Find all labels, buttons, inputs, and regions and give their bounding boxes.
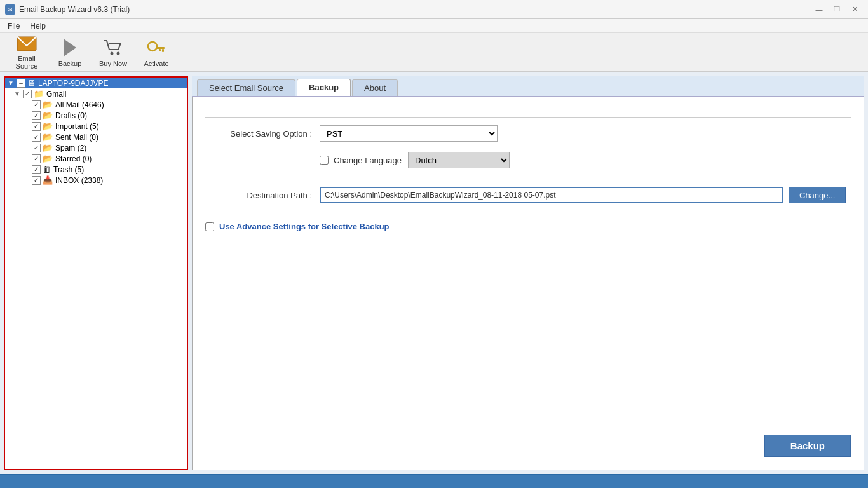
backup-button[interactable]: Backup [50, 35, 90, 69]
gmail-label: Gmail [46, 90, 66, 98]
svg-point-3 [117, 51, 120, 55]
tab-about[interactable]: About [352, 79, 398, 96]
bottom-divider [205, 214, 851, 214]
important-icon: 📂 [43, 121, 53, 131]
tree-drafts[interactable]: ✓ 📂 Drafts (0) [5, 110, 187, 121]
svg-rect-5 [156, 47, 165, 49]
language-row: Change Language Dutch English German Fre… [205, 152, 851, 168]
title-controls: — ❐ ✕ [811, 3, 863, 16]
destination-path-label: Destination Path : [205, 191, 320, 200]
tree-starred[interactable]: ✓ 📂 Starred (0) [5, 153, 187, 164]
allmail-label: All Mail (4646) [55, 100, 104, 109]
destination-path-input[interactable] [320, 187, 783, 203]
top-divider [205, 117, 851, 118]
advance-settings-row: Use Advance Settings for Selective Backu… [205, 222, 851, 231]
email-source-button[interactable]: Email Source [6, 35, 47, 69]
starred-checkbox[interactable]: ✓ [32, 154, 41, 163]
mid-divider [205, 179, 851, 179]
tree-sentmail[interactable]: ✓ 📂 Sent Mail (0) [5, 132, 187, 142]
drafts-icon: 📂 [43, 111, 53, 120]
svg-point-4 [148, 42, 157, 51]
allmail-checkbox[interactable]: ✓ [32, 100, 41, 109]
activate-icon [146, 37, 166, 58]
restore-button[interactable]: ❐ [829, 3, 845, 16]
backup-label: Backup [58, 60, 82, 67]
root-folder-icon: 🖥 [27, 78, 36, 88]
tree-gmail[interactable]: ▼ ✓ 📁 Gmail [5, 88, 187, 99]
advance-settings-label[interactable]: Use Advance Settings for Selective Backu… [219, 222, 390, 231]
destination-path-row: Destination Path : Change... [205, 187, 851, 203]
root-expand-icon: ▼ [8, 79, 17, 86]
title-left: ✉ Email Backup Wizard v6.3 (Trial) [5, 4, 130, 15]
email-source-icon [17, 35, 37, 53]
window-title: Email Backup Wizard v6.3 (Trial) [19, 5, 130, 14]
close-button[interactable]: ✕ [846, 3, 863, 16]
buy-now-label: Buy Now [99, 60, 127, 67]
svg-rect-7 [159, 49, 161, 51]
backup-icon [60, 37, 80, 58]
activate-button[interactable]: Activate [136, 35, 177, 69]
inbox-label: INBOX (2338) [55, 176, 103, 185]
allmail-icon: 📂 [43, 100, 53, 109]
sentmail-label: Sent Mail (0) [55, 133, 98, 142]
saving-option-row: Select Saving Option : PST PDF EML MSG M… [205, 125, 851, 142]
tree-allmail[interactable]: ✓ 📂 All Mail (4646) [5, 99, 187, 110]
gmail-folder-icon: 📁 [34, 89, 44, 98]
important-label: Important (5) [55, 122, 99, 131]
inbox-checkbox[interactable]: ✓ [32, 176, 41, 185]
title-bar: ✉ Email Backup Wizard v6.3 (Trial) — ❐ ✕ [0, 0, 868, 19]
backup-btn-row: Backup [764, 435, 851, 457]
trash-icon: 🗑 [43, 165, 51, 174]
menu-bar: File Help [0, 19, 868, 33]
app-icon: ✉ [5, 4, 15, 15]
saving-option-control: PST PDF EML MSG MBOX [320, 125, 523, 142]
tree-spam[interactable]: ✓ 📂 Spam (2) [5, 142, 187, 153]
tree-important[interactable]: ✓ 📂 Important (5) [5, 121, 187, 132]
root-label: LAPTOP-9DAJJVPE [38, 79, 108, 88]
menu-help[interactable]: Help [25, 20, 51, 32]
folder-tree-panel: ▼ – 🖥 LAPTOP-9DAJJVPE ▼ ✓ 📁 Gmail ✓ 📂 Al… [4, 76, 188, 470]
buy-now-icon [103, 37, 123, 58]
language-label: Change Language [334, 156, 402, 165]
language-checkbox[interactable] [320, 156, 329, 165]
tab-select-email-source[interactable]: Select Email Source [197, 79, 295, 96]
main-backup-button[interactable]: Backup [764, 435, 851, 457]
status-bar [0, 474, 868, 488]
advance-settings-checkbox[interactable] [205, 222, 214, 231]
svg-marker-1 [64, 39, 76, 57]
saving-option-label: Select Saving Option : [205, 129, 320, 139]
email-source-label: Email Source [7, 55, 46, 70]
tab-backup[interactable]: Backup [297, 79, 351, 96]
svg-rect-6 [162, 49, 164, 52]
important-checkbox[interactable]: ✓ [32, 122, 41, 131]
change-button[interactable]: Change... [789, 187, 846, 203]
spam-icon: 📂 [43, 143, 53, 152]
tree-root[interactable]: ▼ – 🖥 LAPTOP-9DAJJVPE [5, 78, 187, 88]
activate-label: Activate [144, 60, 168, 67]
starred-icon: 📂 [43, 154, 53, 163]
drafts-label: Drafts (0) [55, 111, 87, 120]
spam-label: Spam (2) [55, 144, 86, 152]
trash-checkbox[interactable]: ✓ [32, 165, 41, 174]
minimize-button[interactable]: — [811, 3, 827, 16]
tree-trash[interactable]: ✓ 🗑 Trash (5) [5, 164, 187, 175]
trash-label: Trash (5) [53, 165, 84, 174]
menu-file[interactable]: File [3, 20, 25, 32]
drafts-checkbox[interactable]: ✓ [32, 111, 41, 120]
gmail-checkbox[interactable]: ✓ [23, 90, 32, 98]
toolbar: Email Source Backup Buy Now [0, 33, 868, 72]
spam-checkbox[interactable]: ✓ [32, 144, 41, 152]
saving-option-select[interactable]: PST PDF EML MSG MBOX [320, 125, 498, 142]
svg-point-2 [111, 51, 114, 55]
tree-inbox[interactable]: ✓ 📥 INBOX (2338) [5, 175, 187, 186]
sentmail-checkbox[interactable]: ✓ [32, 133, 41, 142]
content-area: Select Saving Option : PST PDF EML MSG M… [192, 97, 864, 470]
main-area: ▼ – 🖥 LAPTOP-9DAJJVPE ▼ ✓ 📁 Gmail ✓ 📂 Al… [0, 72, 868, 474]
language-select[interactable]: Dutch English German French Spanish [408, 152, 510, 168]
starred-label: Starred (0) [55, 154, 92, 163]
right-panel: Select Email Source Backup About Select … [192, 72, 868, 474]
buy-now-button[interactable]: Buy Now [93, 35, 133, 69]
root-checkbox[interactable]: – [17, 79, 25, 88]
gmail-expand-icon: ▼ [14, 90, 23, 97]
inbox-icon: 📥 [43, 175, 53, 185]
